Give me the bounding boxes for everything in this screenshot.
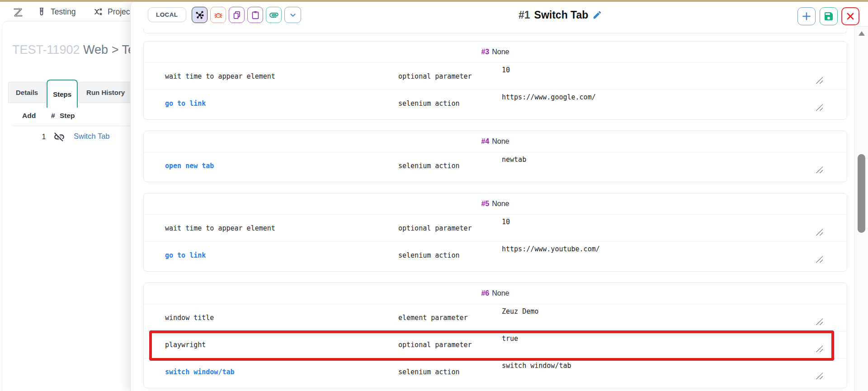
sidebar-tabs: Details Steps Run History (8, 80, 132, 108)
param-type: optional parameter (398, 215, 472, 242)
nav-projects[interactable]: Projec (93, 2, 130, 22)
debug-button[interactable] (210, 7, 226, 23)
close-button[interactable] (841, 7, 859, 25)
step-card-header: #3 None (144, 42, 847, 62)
param-label[interactable]: switch window/tab (165, 358, 235, 386)
column-hash: # (51, 112, 55, 120)
param-value-textarea[interactable]: 10 (502, 66, 510, 74)
card-rows: wait time to appear element optional par… (144, 62, 847, 117)
scroll-up-icon[interactable] (859, 31, 865, 36)
step-editor-panel: LOCAL (130, 2, 868, 391)
resize-handle-icon[interactable] (816, 229, 823, 236)
attachment-icon (269, 9, 279, 20)
clipboard-icon (250, 10, 260, 20)
param-value-textarea[interactable]: newtab (502, 155, 526, 164)
param-row: window title element parameter Zeuz Demo (144, 304, 847, 331)
sidebar-step-row: 1 Switch Tab (0, 130, 130, 145)
param-value-textarea[interactable]: true (502, 334, 518, 343)
copy-button[interactable] (229, 7, 245, 23)
attach-button[interactable] (266, 7, 282, 23)
scrollbar-thumb[interactable] (858, 154, 865, 233)
param-row: switch window/tab selenium action switch… (144, 358, 847, 385)
param-label: window title (165, 304, 214, 331)
param-type: selenium action (398, 152, 459, 179)
add-step-button[interactable] (797, 7, 816, 25)
param-row: go to link selenium action https://www.g… (144, 90, 847, 117)
paste-button[interactable] (247, 7, 263, 23)
step-list-header: Add # Step (0, 112, 130, 122)
card-rows: window title element parameter Zeuz Demo… (144, 304, 847, 385)
resize-handle-icon[interactable] (816, 256, 823, 263)
step-card: #5 None wait time to appear element opti… (143, 193, 847, 272)
param-type: optional parameter (398, 63, 472, 90)
shuffle-icon (93, 6, 104, 17)
param-label[interactable]: go to link (165, 90, 206, 117)
resize-handle-icon[interactable] (816, 345, 823, 352)
param-label[interactable]: go to link (165, 242, 206, 269)
param-type: optional parameter (398, 331, 472, 358)
resize-handle-icon[interactable] (816, 166, 823, 173)
resize-handle-icon[interactable] (816, 372, 823, 379)
step-card: #4 None open new tab selenium action new… (143, 131, 847, 182)
copy-icon (232, 10, 242, 20)
step-card: #3 None wait time to appear element opti… (143, 41, 847, 120)
nav-projects-label: Projec (108, 7, 130, 17)
param-row: playwright optional parameter true (144, 331, 847, 358)
param-row: wait time to appear element optional par… (144, 62, 847, 90)
sidebar-step-link[interactable]: Switch Tab (74, 132, 110, 141)
nav-testing[interactable]: Testing (36, 2, 75, 22)
step-id: #6 (481, 289, 489, 297)
save-button[interactable] (820, 7, 838, 25)
breadcrumb: TEST-11902 Web > Test (12, 43, 130, 57)
step-card-header: #6 None (144, 283, 847, 304)
param-row: wait time to appear element optional par… (144, 214, 847, 241)
env-local-button[interactable]: LOCAL (148, 7, 186, 22)
scrollbar[interactable] (854, 26, 868, 391)
step-name: None (492, 200, 509, 208)
step-number: 1 (40, 133, 48, 141)
network-icon (195, 10, 205, 20)
breadcrumb-test-id: TEST-11902 (12, 43, 80, 57)
tab-run-history[interactable]: Run History (79, 82, 132, 103)
pencil-icon[interactable] (592, 10, 602, 20)
param-value-textarea[interactable]: https://www.youtube.com/ (502, 245, 600, 253)
resize-handle-icon[interactable] (816, 318, 823, 325)
zeuz-logo-icon[interactable] (11, 5, 25, 19)
step-title: Switch Tab (534, 9, 589, 21)
column-add: Add (22, 112, 36, 120)
resize-handle-icon[interactable] (816, 77, 823, 84)
tab-details[interactable]: Details (8, 82, 46, 103)
card-rows: wait time to appear element optional par… (144, 214, 847, 269)
top-accent-strip (0, 0, 868, 2)
chevron-down-icon (288, 10, 298, 20)
param-value-textarea[interactable]: https://www.google.com/ (502, 93, 596, 101)
resize-handle-icon[interactable] (816, 104, 823, 111)
bug-icon (213, 10, 223, 20)
param-label: playwright (165, 331, 206, 358)
save-icon (823, 11, 834, 22)
param-type: element parameter (398, 304, 468, 331)
param-label[interactable]: open new tab (165, 152, 214, 179)
step-card-header: #4 None (144, 131, 847, 152)
param-type: selenium action (398, 90, 459, 117)
param-value-textarea[interactable]: switch window/tab (502, 362, 571, 370)
step-id: #3 (481, 48, 489, 56)
param-type: selenium action (398, 358, 459, 386)
network-icon-button[interactable] (192, 7, 208, 23)
close-icon (845, 11, 856, 22)
param-value-textarea[interactable]: 10 (502, 218, 510, 226)
scrolled-card-edge (143, 28, 847, 33)
test-tube-icon (36, 6, 47, 17)
param-label: wait time to appear element (165, 63, 275, 90)
breadcrumb-path: Web > Test (80, 43, 130, 57)
tab-steps[interactable]: Steps (47, 80, 78, 108)
card-rows: open new tab selenium action newtab (144, 152, 847, 179)
step-card: #6 None window title element parameter Z… (143, 283, 847, 388)
param-label: wait time to appear element (165, 215, 275, 242)
unlink-icon (53, 131, 65, 143)
step-name: None (492, 137, 509, 146)
more-actions-dropdown[interactable] (284, 7, 301, 23)
step-id: #5 (481, 200, 489, 208)
param-type: selenium action (398, 242, 459, 269)
param-value-textarea[interactable]: Zeuz Demo (502, 307, 538, 316)
